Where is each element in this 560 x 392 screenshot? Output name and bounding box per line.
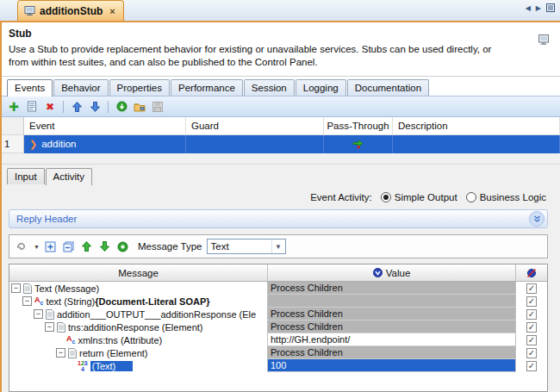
- tab-documentation[interactable]: Documentation: [347, 79, 429, 96]
- tab-properties[interactable]: Properties: [109, 79, 170, 96]
- move-up-icon[interactable]: [70, 100, 84, 114]
- attach-icon[interactable]: [15, 240, 28, 253]
- string-node-icon: Ac: [34, 296, 43, 306]
- document-tab-additionstub[interactable]: additionStub ×: [17, 0, 124, 21]
- collapse-section-button[interactable]: [529, 211, 544, 227]
- checkbox-checked-icon[interactable]: [526, 283, 537, 294]
- back-icon[interactable]: ◀: [526, 4, 531, 12]
- add-event-icon[interactable]: ✚: [7, 100, 21, 114]
- tab-performance[interactable]: Performance: [171, 79, 243, 96]
- value-cell-editable[interactable]: http://GH.endpoint/: [268, 333, 516, 346]
- column-header-guard[interactable]: Guard: [186, 117, 324, 135]
- column-header-description[interactable]: Description: [393, 117, 560, 135]
- package-icon[interactable]: [133, 100, 146, 114]
- collapse-node-icon[interactable]: [11, 283, 21, 293]
- guard-cell[interactable]: [186, 135, 324, 153]
- radio-simple-output[interactable]: Simple Output: [381, 192, 457, 202]
- radio-business-logic[interactable]: Business Logic: [466, 192, 546, 202]
- nil-cell[interactable]: [516, 346, 547, 359]
- attach-dropdown-icon[interactable]: ▼: [34, 244, 40, 250]
- forward-icon[interactable]: ▶: [536, 4, 541, 12]
- activity-panel: Input Activity Event Activity: Simple Ou…: [2, 165, 560, 392]
- toolbar-separator: [108, 101, 109, 113]
- collapse-all-icon[interactable]: [62, 240, 76, 253]
- event-row-addition[interactable]: 1 ❯ addition: [2, 135, 560, 153]
- page-title: Stub: [9, 28, 553, 40]
- view-list-icon[interactable]: [546, 3, 555, 12]
- tree-row-return[interactable]: return (Element) Process Children: [9, 346, 547, 359]
- events-table-header: Event Guard Pass-Through Description: [2, 117, 560, 135]
- reply-header-section[interactable]: Reply Header: [9, 209, 548, 228]
- delete-event-icon[interactable]: ✖: [43, 100, 57, 114]
- checkbox-checked-icon[interactable]: [526, 348, 537, 358]
- value-cell-selected[interactable]: 100: [268, 359, 516, 372]
- column-header-pass-through[interactable]: Pass-Through: [324, 117, 393, 135]
- value-cell[interactable]: Process Children: [268, 320, 516, 333]
- run-icon[interactable]: [115, 100, 128, 114]
- event-name-cell[interactable]: ❯ addition: [24, 135, 186, 153]
- column-header-nil[interactable]: [516, 264, 547, 281]
- event-activity-row: Event Activity: Simple Output Business L…: [2, 184, 560, 208]
- validate-icon[interactable]: [116, 240, 130, 253]
- tab-input[interactable]: Input: [7, 168, 45, 184]
- value-cell[interactable]: Process Children: [268, 308, 516, 320]
- expand-all-icon[interactable]: [44, 240, 58, 253]
- tab-events[interactable]: Events: [7, 79, 53, 96]
- value-cell[interactable]: Process Children: [268, 346, 516, 359]
- checkbox-checked-icon[interactable]: [526, 309, 537, 320]
- document-tab-bar: additionStub × ◀ ▶: [0, 0, 560, 22]
- number-node-icon: 1234: [78, 360, 88, 372]
- tree-row-xmlns-tns[interactable]: Ac xmlns:tns (Attribute) http://GH.endpo…: [9, 333, 547, 346]
- pass-through-cell[interactable]: [324, 135, 393, 153]
- description-cell[interactable]: [393, 135, 560, 153]
- node-label-bold: {Document-Literal SOAP}: [95, 296, 209, 307]
- value-cell[interactable]: Process Children: [268, 282, 516, 295]
- document-tab-title: additionStub: [40, 5, 103, 17]
- column-header-message[interactable]: Message: [9, 264, 268, 281]
- message-type-select[interactable]: Text ▼: [207, 239, 286, 254]
- nil-cell[interactable]: [516, 308, 547, 320]
- message-node-icon: [23, 283, 32, 294]
- move-up-green-icon[interactable]: [80, 240, 94, 253]
- nil-cell[interactable]: [516, 320, 547, 333]
- checkbox-checked-icon[interactable]: [526, 361, 537, 371]
- tab-logging[interactable]: Logging: [296, 79, 346, 96]
- row-number: 1: [2, 135, 24, 153]
- tree-row-addition-output[interactable]: addition___OUTPUT___additionResponse (El…: [9, 308, 547, 320]
- close-tab-icon[interactable]: ×: [109, 6, 115, 16]
- checkbox-checked-icon[interactable]: [526, 296, 537, 307]
- node-label: Text (Message): [34, 283, 99, 294]
- element-node-icon: [57, 322, 65, 333]
- tab-behavior[interactable]: Behavior: [53, 79, 108, 96]
- nil-cell[interactable]: [516, 282, 547, 295]
- copy-event-icon[interactable]: [25, 100, 39, 114]
- tab-session[interactable]: Session: [244, 79, 295, 96]
- value-cell[interactable]: [268, 295, 516, 308]
- stub-monitor-icon: [24, 6, 35, 16]
- move-down-icon[interactable]: [88, 100, 102, 114]
- tree-row-text-string[interactable]: Ac text (String) {Document-Literal SOAP}: [9, 295, 547, 308]
- tree-row-tns-additionresponse[interactable]: tns:additionResponse (Element) Process C…: [9, 320, 547, 333]
- tree-row-text-value[interactable]: 1234 (Text) 100: [9, 359, 547, 372]
- stub-monitor-icon: [538, 34, 550, 45]
- stub-editor-window: additionStub × ◀ ▶ Stub Use a Stub to pr…: [0, 0, 560, 392]
- reply-header-title: Reply Header: [16, 214, 529, 224]
- message-toolbar: ▼ Message Type Text: [9, 234, 548, 258]
- value-header-label: Value: [386, 268, 411, 278]
- collapse-node-icon[interactable]: [45, 322, 54, 332]
- checkbox-checked-icon[interactable]: [526, 335, 537, 345]
- nil-cell[interactable]: [516, 333, 547, 346]
- radio-selected-icon: [381, 192, 391, 202]
- collapse-node-icon[interactable]: [22, 296, 32, 306]
- collapse-node-icon[interactable]: [56, 348, 65, 358]
- tab-activity[interactable]: Activity: [46, 168, 92, 185]
- message-type-label: Message Type: [138, 241, 202, 252]
- collapse-node-icon[interactable]: [34, 309, 43, 319]
- column-header-value[interactable]: Value: [268, 264, 516, 281]
- move-down-green-icon[interactable]: [98, 240, 112, 253]
- checkbox-checked-icon[interactable]: [526, 322, 537, 333]
- nil-cell[interactable]: [516, 359, 547, 372]
- tree-row-text-message[interactable]: Text (Message) Process Children: [9, 282, 547, 295]
- nil-cell[interactable]: [516, 295, 547, 308]
- column-header-event[interactable]: Event: [24, 117, 186, 135]
